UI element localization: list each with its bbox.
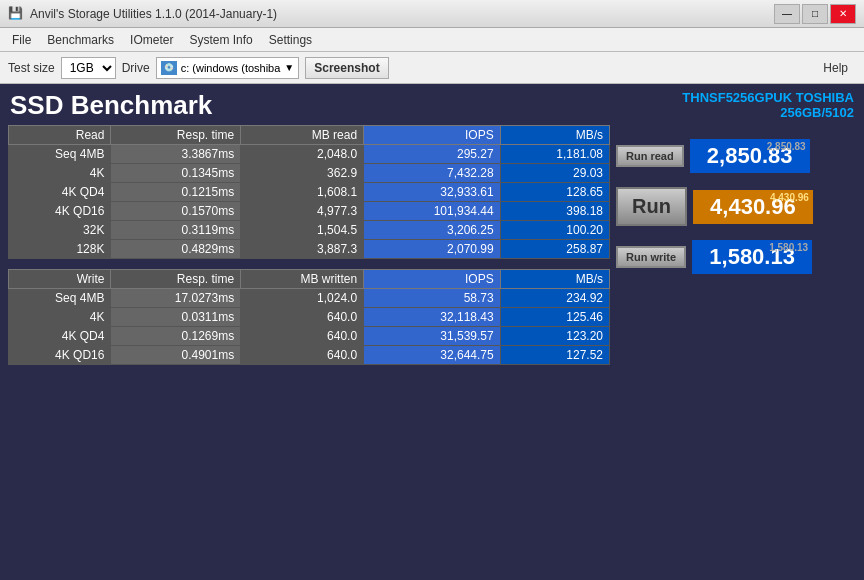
- total-score-box: 4,430.96 4,430.96: [693, 190, 813, 224]
- drive-info-line2: 256GB/5102: [682, 105, 854, 120]
- menu-system-info[interactable]: System Info: [181, 31, 260, 49]
- read-row-mb: 3,887.3: [241, 240, 364, 259]
- write-table-row: 4K QD4 0.1269ms 640.0 31,539.57 123.20: [9, 327, 610, 346]
- write-row-mb: 640.0: [241, 308, 364, 327]
- run-button[interactable]: Run: [616, 187, 687, 226]
- read-table-row: 4K 0.1345ms 362.9 7,432.28 29.03: [9, 164, 610, 183]
- read-col-mb: MB read: [241, 126, 364, 145]
- benchmark-title: SSD Benchmark: [10, 90, 212, 121]
- write-row-label: 4K QD16: [9, 346, 111, 365]
- test-size-select[interactable]: 1GB: [61, 57, 116, 79]
- read-row-resp: 0.1215ms: [111, 183, 241, 202]
- drive-info-line1: THNSF5256GPUK TOSHIBA: [682, 90, 854, 105]
- drive-selector[interactable]: 💿 c: (windows (toshiba ▼: [156, 57, 300, 79]
- read-table-row: 4K QD4 0.1215ms 1,608.1 32,933.61 128.65: [9, 183, 610, 202]
- test-size-label: Test size: [8, 61, 55, 75]
- write-table-row: 4K 0.0311ms 640.0 32,118.43 125.46: [9, 308, 610, 327]
- read-row-iops: 2,070.99: [364, 240, 501, 259]
- read-table-row: 4K QD16 0.1570ms 4,977.3 101,934.44 398.…: [9, 202, 610, 221]
- menu-help[interactable]: Help: [815, 59, 856, 77]
- write-row-resp: 0.0311ms: [111, 308, 241, 327]
- table-area: Read Resp. time MB read IOPS MB/s Seq 4M…: [8, 125, 610, 580]
- read-row-mb: 2,048.0: [241, 145, 364, 164]
- table-spacer: [8, 261, 610, 267]
- read-score-box: 2,850.83 2,850.83: [690, 139, 810, 173]
- total-score-label: 4,430.96: [770, 192, 809, 203]
- write-score-label: 1,580.13: [769, 242, 808, 253]
- write-score-box: 1,580.13 1,580.13: [692, 240, 812, 274]
- write-row-mb: 1,024.0: [241, 289, 364, 308]
- write-col-iops: IOPS: [364, 270, 501, 289]
- total-score-section: Run 4,430.96 4,430.96: [616, 187, 856, 226]
- drive-label: Drive: [122, 61, 150, 75]
- read-row-mb: 1,504.5: [241, 221, 364, 240]
- window-controls: — □ ✕: [774, 4, 856, 24]
- close-button[interactable]: ✕: [830, 4, 856, 24]
- maximize-button[interactable]: □: [802, 4, 828, 24]
- write-table-row: 4K QD16 0.4901ms 640.0 32,644.75 127.52: [9, 346, 610, 365]
- read-table-row: 128K 0.4829ms 3,887.3 2,070.99 258.87: [9, 240, 610, 259]
- write-col-resp: Resp. time: [111, 270, 241, 289]
- window-title: Anvil's Storage Utilities 1.1.0 (2014-Ja…: [30, 7, 774, 21]
- write-row-resp: 0.4901ms: [111, 346, 241, 365]
- drive-info: THNSF5256GPUK TOSHIBA 256GB/5102: [682, 90, 854, 120]
- write-table-row: Seq 4MB 17.0273ms 1,024.0 58.73 234.92: [9, 289, 610, 308]
- read-score-label: 2,850.83: [767, 141, 806, 152]
- run-read-button[interactable]: Run read: [616, 145, 684, 167]
- toolbar: Test size 1GB Drive 💿 c: (windows (toshi…: [0, 52, 864, 84]
- read-row-mbs: 100.20: [500, 221, 609, 240]
- write-row-label: 4K: [9, 308, 111, 327]
- read-row-iops: 295.27: [364, 145, 501, 164]
- benchmark-area: Read Resp. time MB read IOPS MB/s Seq 4M…: [0, 125, 864, 580]
- menu-file[interactable]: File: [4, 31, 39, 49]
- read-row-mbs: 398.18: [500, 202, 609, 221]
- read-row-mb: 1,608.1: [241, 183, 364, 202]
- read-row-label: 4K: [9, 164, 111, 183]
- read-row-mbs: 128.65: [500, 183, 609, 202]
- write-score-section: Run write 1,580.13 1,580.13: [616, 240, 856, 274]
- write-row-mbs: 234.92: [500, 289, 609, 308]
- write-table: Write Resp. time MB written IOPS MB/s Se…: [8, 269, 610, 365]
- read-col-mbs: MB/s: [500, 126, 609, 145]
- write-row-iops: 32,118.43: [364, 308, 501, 327]
- read-row-label: 4K QD16: [9, 202, 111, 221]
- read-row-mbs: 258.87: [500, 240, 609, 259]
- write-row-resp: 0.1269ms: [111, 327, 241, 346]
- write-row-iops: 32,644.75: [364, 346, 501, 365]
- write-col-mb: MB written: [241, 270, 364, 289]
- write-row-iops: 31,539.57: [364, 327, 501, 346]
- titlebar: 💾 Anvil's Storage Utilities 1.1.0 (2014-…: [0, 0, 864, 28]
- write-row-label: Seq 4MB: [9, 289, 111, 308]
- main-content: SSD Benchmark THNSF5256GPUK TOSHIBA 256G…: [0, 84, 864, 580]
- read-row-mb: 362.9: [241, 164, 364, 183]
- read-row-mbs: 29.03: [500, 164, 609, 183]
- read-score-section: Run read 2,850.83 2,850.83: [616, 139, 856, 173]
- read-col-resp: Resp. time: [111, 126, 241, 145]
- drive-dropdown-icon[interactable]: ▼: [284, 62, 294, 73]
- read-row-label: 32K: [9, 221, 111, 240]
- write-row-mb: 640.0: [241, 346, 364, 365]
- read-row-mb: 4,977.3: [241, 202, 364, 221]
- read-table-row: 32K 0.3119ms 1,504.5 3,206.25 100.20: [9, 221, 610, 240]
- read-col-label: Read: [9, 126, 111, 145]
- write-col-label: Write: [9, 270, 111, 289]
- write-row-iops: 58.73: [364, 289, 501, 308]
- read-row-resp: 0.3119ms: [111, 221, 241, 240]
- write-row-label: 4K QD4: [9, 327, 111, 346]
- read-table: Read Resp. time MB read IOPS MB/s Seq 4M…: [8, 125, 610, 259]
- read-table-row: Seq 4MB 3.3867ms 2,048.0 295.27 1,181.08: [9, 145, 610, 164]
- menu-settings[interactable]: Settings: [261, 31, 320, 49]
- write-row-mbs: 123.20: [500, 327, 609, 346]
- write-row-mbs: 125.46: [500, 308, 609, 327]
- menu-benchmarks[interactable]: Benchmarks: [39, 31, 122, 49]
- read-row-resp: 0.4829ms: [111, 240, 241, 259]
- minimize-button[interactable]: —: [774, 4, 800, 24]
- side-panel: Run read 2,850.83 2,850.83 Run 4,430.96 …: [616, 125, 856, 580]
- write-row-mb: 640.0: [241, 327, 364, 346]
- screenshot-button[interactable]: Screenshot: [305, 57, 388, 79]
- run-write-button[interactable]: Run write: [616, 246, 686, 268]
- read-row-resp: 0.1570ms: [111, 202, 241, 221]
- read-row-resp: 0.1345ms: [111, 164, 241, 183]
- write-col-mbs: MB/s: [500, 270, 609, 289]
- menu-iometer[interactable]: IOmeter: [122, 31, 181, 49]
